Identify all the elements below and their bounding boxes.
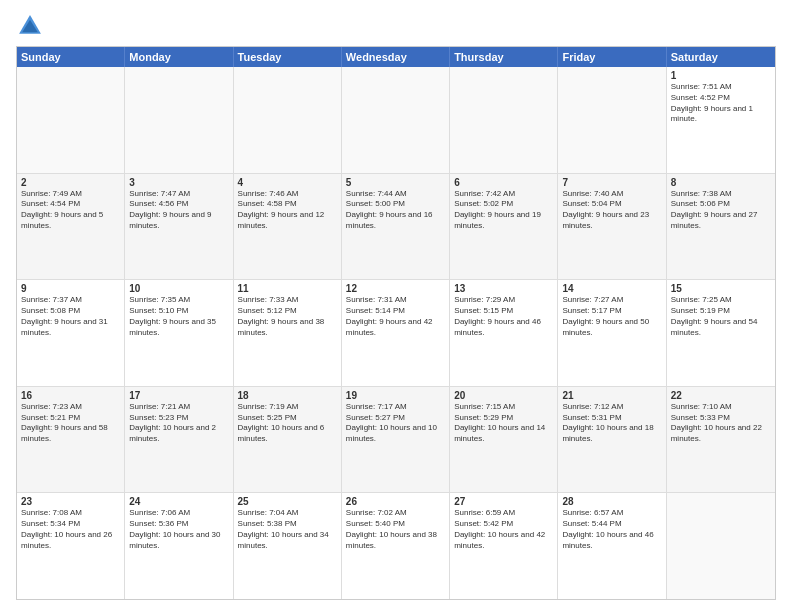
day-info: Sunrise: 7:27 AM Sunset: 5:17 PM Dayligh… [562, 295, 661, 338]
day-number: 21 [562, 390, 661, 401]
day-info: Sunrise: 7:49 AM Sunset: 4:54 PM Dayligh… [21, 189, 120, 232]
day-number: 20 [454, 390, 553, 401]
calendar-cell-8: 8Sunrise: 7:38 AM Sunset: 5:06 PM Daylig… [667, 174, 775, 280]
weekday-header-wednesday: Wednesday [342, 47, 450, 67]
day-number: 4 [238, 177, 337, 188]
calendar-cell-13: 13Sunrise: 7:29 AM Sunset: 5:15 PM Dayli… [450, 280, 558, 386]
calendar-cell-28: 28Sunrise: 6:57 AM Sunset: 5:44 PM Dayli… [558, 493, 666, 599]
day-info: Sunrise: 7:35 AM Sunset: 5:10 PM Dayligh… [129, 295, 228, 338]
calendar-cell-9: 9Sunrise: 7:37 AM Sunset: 5:08 PM Daylig… [17, 280, 125, 386]
calendar: SundayMondayTuesdayWednesdayThursdayFrid… [16, 46, 776, 600]
calendar-row-0: 1Sunrise: 7:51 AM Sunset: 4:52 PM Daylig… [17, 67, 775, 173]
day-number: 17 [129, 390, 228, 401]
day-info: Sunrise: 7:31 AM Sunset: 5:14 PM Dayligh… [346, 295, 445, 338]
calendar-cell-5: 5Sunrise: 7:44 AM Sunset: 5:00 PM Daylig… [342, 174, 450, 280]
calendar-body: 1Sunrise: 7:51 AM Sunset: 4:52 PM Daylig… [17, 67, 775, 599]
day-number: 13 [454, 283, 553, 294]
day-info: Sunrise: 7:12 AM Sunset: 5:31 PM Dayligh… [562, 402, 661, 445]
day-number: 10 [129, 283, 228, 294]
calendar-cell-6: 6Sunrise: 7:42 AM Sunset: 5:02 PM Daylig… [450, 174, 558, 280]
day-number: 2 [21, 177, 120, 188]
day-number: 3 [129, 177, 228, 188]
day-number: 18 [238, 390, 337, 401]
day-number: 22 [671, 390, 771, 401]
day-info: Sunrise: 7:10 AM Sunset: 5:33 PM Dayligh… [671, 402, 771, 445]
calendar-cell-20: 20Sunrise: 7:15 AM Sunset: 5:29 PM Dayli… [450, 387, 558, 493]
logo [16, 12, 48, 40]
day-number: 5 [346, 177, 445, 188]
day-info: Sunrise: 7:02 AM Sunset: 5:40 PM Dayligh… [346, 508, 445, 551]
day-number: 19 [346, 390, 445, 401]
day-info: Sunrise: 6:57 AM Sunset: 5:44 PM Dayligh… [562, 508, 661, 551]
day-number: 12 [346, 283, 445, 294]
day-info: Sunrise: 7:47 AM Sunset: 4:56 PM Dayligh… [129, 189, 228, 232]
day-number: 6 [454, 177, 553, 188]
calendar-cell-22: 22Sunrise: 7:10 AM Sunset: 5:33 PM Dayli… [667, 387, 775, 493]
calendar-row-4: 23Sunrise: 7:08 AM Sunset: 5:34 PM Dayli… [17, 492, 775, 599]
calendar-cell-25: 25Sunrise: 7:04 AM Sunset: 5:38 PM Dayli… [234, 493, 342, 599]
day-info: Sunrise: 7:08 AM Sunset: 5:34 PM Dayligh… [21, 508, 120, 551]
day-info: Sunrise: 7:23 AM Sunset: 5:21 PM Dayligh… [21, 402, 120, 445]
calendar-cell-17: 17Sunrise: 7:21 AM Sunset: 5:23 PM Dayli… [125, 387, 233, 493]
day-number: 24 [129, 496, 228, 507]
calendar-cell-14: 14Sunrise: 7:27 AM Sunset: 5:17 PM Dayli… [558, 280, 666, 386]
day-number: 9 [21, 283, 120, 294]
day-number: 8 [671, 177, 771, 188]
calendar-cell-empty [558, 67, 666, 173]
calendar-cell-10: 10Sunrise: 7:35 AM Sunset: 5:10 PM Dayli… [125, 280, 233, 386]
day-info: Sunrise: 7:21 AM Sunset: 5:23 PM Dayligh… [129, 402, 228, 445]
calendar-cell-3: 3Sunrise: 7:47 AM Sunset: 4:56 PM Daylig… [125, 174, 233, 280]
day-number: 26 [346, 496, 445, 507]
calendar-row-2: 9Sunrise: 7:37 AM Sunset: 5:08 PM Daylig… [17, 279, 775, 386]
calendar-cell-4: 4Sunrise: 7:46 AM Sunset: 4:58 PM Daylig… [234, 174, 342, 280]
day-info: Sunrise: 7:51 AM Sunset: 4:52 PM Dayligh… [671, 82, 771, 125]
weekday-header-tuesday: Tuesday [234, 47, 342, 67]
calendar-cell-7: 7Sunrise: 7:40 AM Sunset: 5:04 PM Daylig… [558, 174, 666, 280]
page: SundayMondayTuesdayWednesdayThursdayFrid… [0, 0, 792, 612]
calendar-cell-15: 15Sunrise: 7:25 AM Sunset: 5:19 PM Dayli… [667, 280, 775, 386]
calendar-cell-empty [342, 67, 450, 173]
calendar-cell-1: 1Sunrise: 7:51 AM Sunset: 4:52 PM Daylig… [667, 67, 775, 173]
calendar-cell-16: 16Sunrise: 7:23 AM Sunset: 5:21 PM Dayli… [17, 387, 125, 493]
calendar-cell-24: 24Sunrise: 7:06 AM Sunset: 5:36 PM Dayli… [125, 493, 233, 599]
calendar-cell-12: 12Sunrise: 7:31 AM Sunset: 5:14 PM Dayli… [342, 280, 450, 386]
day-number: 28 [562, 496, 661, 507]
calendar-cell-21: 21Sunrise: 7:12 AM Sunset: 5:31 PM Dayli… [558, 387, 666, 493]
calendar-cell-23: 23Sunrise: 7:08 AM Sunset: 5:34 PM Dayli… [17, 493, 125, 599]
calendar-header: SundayMondayTuesdayWednesdayThursdayFrid… [17, 47, 775, 67]
weekday-header-monday: Monday [125, 47, 233, 67]
day-info: Sunrise: 7:40 AM Sunset: 5:04 PM Dayligh… [562, 189, 661, 232]
day-number: 1 [671, 70, 771, 81]
day-number: 25 [238, 496, 337, 507]
day-info: Sunrise: 7:04 AM Sunset: 5:38 PM Dayligh… [238, 508, 337, 551]
day-info: Sunrise: 7:17 AM Sunset: 5:27 PM Dayligh… [346, 402, 445, 445]
day-info: Sunrise: 7:06 AM Sunset: 5:36 PM Dayligh… [129, 508, 228, 551]
day-info: Sunrise: 7:38 AM Sunset: 5:06 PM Dayligh… [671, 189, 771, 232]
weekday-header-sunday: Sunday [17, 47, 125, 67]
day-number: 14 [562, 283, 661, 294]
day-info: Sunrise: 7:19 AM Sunset: 5:25 PM Dayligh… [238, 402, 337, 445]
day-info: Sunrise: 7:44 AM Sunset: 5:00 PM Dayligh… [346, 189, 445, 232]
calendar-cell-empty [125, 67, 233, 173]
day-info: Sunrise: 7:29 AM Sunset: 5:15 PM Dayligh… [454, 295, 553, 338]
calendar-row-1: 2Sunrise: 7:49 AM Sunset: 4:54 PM Daylig… [17, 173, 775, 280]
calendar-cell-empty [450, 67, 558, 173]
weekday-header-saturday: Saturday [667, 47, 775, 67]
day-info: Sunrise: 7:25 AM Sunset: 5:19 PM Dayligh… [671, 295, 771, 338]
calendar-cell-18: 18Sunrise: 7:19 AM Sunset: 5:25 PM Dayli… [234, 387, 342, 493]
day-number: 16 [21, 390, 120, 401]
day-number: 11 [238, 283, 337, 294]
day-info: Sunrise: 6:59 AM Sunset: 5:42 PM Dayligh… [454, 508, 553, 551]
calendar-row-3: 16Sunrise: 7:23 AM Sunset: 5:21 PM Dayli… [17, 386, 775, 493]
calendar-cell-empty [234, 67, 342, 173]
calendar-cell-26: 26Sunrise: 7:02 AM Sunset: 5:40 PM Dayli… [342, 493, 450, 599]
day-number: 23 [21, 496, 120, 507]
day-info: Sunrise: 7:46 AM Sunset: 4:58 PM Dayligh… [238, 189, 337, 232]
day-number: 27 [454, 496, 553, 507]
day-number: 7 [562, 177, 661, 188]
calendar-cell-2: 2Sunrise: 7:49 AM Sunset: 4:54 PM Daylig… [17, 174, 125, 280]
calendar-cell-27: 27Sunrise: 6:59 AM Sunset: 5:42 PM Dayli… [450, 493, 558, 599]
weekday-header-thursday: Thursday [450, 47, 558, 67]
day-info: Sunrise: 7:15 AM Sunset: 5:29 PM Dayligh… [454, 402, 553, 445]
day-info: Sunrise: 7:33 AM Sunset: 5:12 PM Dayligh… [238, 295, 337, 338]
